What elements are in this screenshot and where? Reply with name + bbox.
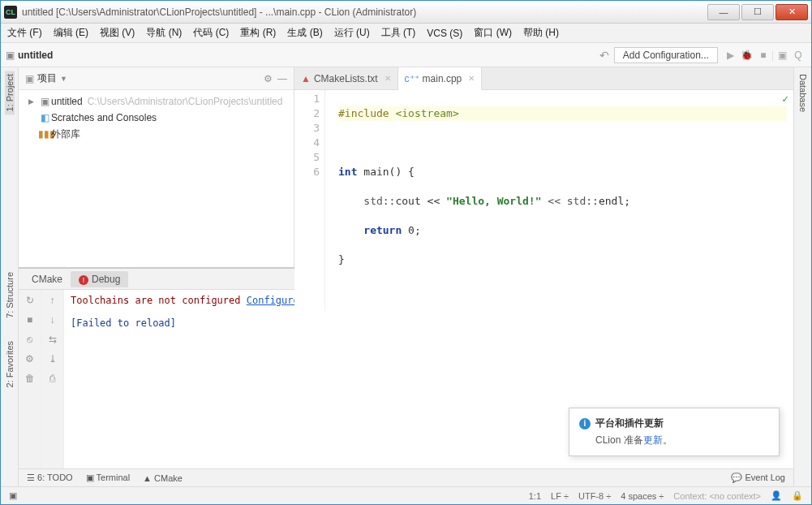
scratches-icon: ◧ (38, 112, 51, 123)
sidebar-tab-favorites[interactable]: 2: Favorites (5, 338, 15, 391)
folder-icon: ▣ (25, 73, 34, 84)
scroll-icon[interactable]: ⤓ (49, 353, 57, 365)
code-area[interactable]: 1 2 3 4 5 6 #include <iostream> int main… (294, 90, 793, 311)
editor-tab-cmakelists[interactable]: ▲ CMakeLists.txt ✕ (294, 67, 398, 90)
sidebar-tab-database[interactable]: Database (798, 71, 808, 115)
search-everywhere-button[interactable]: Q (790, 50, 806, 61)
line-number: 4 (294, 136, 320, 150)
stop-icon[interactable]: ■ (27, 314, 32, 326)
window-title: untitled [C:\Users\Administrator\CLionPr… (22, 6, 707, 18)
editor: ▲ CMakeLists.txt ✕ c⁺⁺ main.cpp ✕ 1 (294, 67, 793, 267)
down-icon[interactable]: ↓ (50, 314, 55, 326)
minimize-button[interactable]: ― (707, 4, 740, 20)
info-icon: i (579, 418, 591, 429)
inspector-icon[interactable]: 👤 (771, 490, 782, 501)
status-line-ending[interactable]: LF ÷ (551, 491, 569, 501)
menu-build[interactable]: 生成 (B) (287, 26, 322, 40)
stop-button[interactable]: ■ (755, 50, 771, 61)
tree-external-libs[interactable]: ▮▮▮ 外部库 (20, 126, 292, 142)
tree-scratches[interactable]: ◧ Scratches and Consoles (20, 110, 292, 126)
line-number: 3 (294, 121, 320, 136)
status-panel-icon[interactable]: ▣ (9, 490, 17, 501)
add-configuration-button[interactable]: Add Configuration... (614, 47, 718, 63)
editor-tab-label: main.cpp (423, 73, 462, 84)
popup-body-pre: CLion 准备 (595, 434, 643, 446)
menu-view[interactable]: 视图 (V) (100, 26, 135, 40)
popup-body-post: 。 (663, 434, 672, 446)
collapse-icon[interactable]: ― (277, 73, 287, 84)
menu-code[interactable]: 代码 (C) (193, 26, 229, 40)
status-context[interactable]: Context: <no context> (673, 491, 761, 501)
debug-button[interactable]: 🐞 (739, 50, 755, 61)
line-number: 6 (294, 165, 320, 179)
tool-cmake[interactable]: ▲ CMake (143, 473, 183, 483)
line-number: 2 (294, 106, 320, 121)
gear-icon[interactable]: ⚙ (264, 73, 273, 84)
tab-cmake[interactable]: CMake (24, 271, 71, 287)
lock-icon[interactable]: 🔒 (792, 490, 803, 501)
nav-back-icon[interactable]: ↶ (599, 49, 609, 62)
menu-refactor[interactable]: 重构 (R) (240, 26, 276, 40)
menu-tools[interactable]: 工具 (T) (381, 26, 416, 40)
layout-button[interactable]: ▣ (774, 50, 790, 61)
menu-help[interactable]: 帮助 (H) (523, 26, 559, 40)
tool-todo[interactable]: ☰ 6: TODO (27, 473, 73, 483)
tool-terminal[interactable]: ▣ Terminal (86, 473, 130, 483)
sidebar-tab-project[interactable]: 1: Project (5, 71, 15, 114)
settings-icon[interactable]: ⚙ (25, 353, 34, 365)
left-tool-stripe: 1: Project 7: Structure 2: Favorites (1, 67, 19, 486)
project-tool-window: ▣ 项目 ▼ ⚙ ― ▶ ▣ untitled C:\Users\Adminis… (19, 67, 294, 267)
editor-tab-maincpp[interactable]: c⁺⁺ main.cpp ✕ (398, 67, 483, 90)
print-icon[interactable]: ⎙ (49, 373, 55, 384)
bottom-tool-stripe: ☰ 6: TODO ▣ Terminal ▲ CMake 💬 Event Log (19, 468, 793, 486)
configure-link[interactable]: Configure (247, 295, 299, 306)
menu-navigate[interactable]: 导航 (N) (146, 26, 182, 40)
menu-run[interactable]: 运行 (U) (334, 26, 370, 40)
breadcrumb-project[interactable]: untitled (18, 50, 53, 61)
close-icon[interactable]: ✕ (468, 74, 475, 83)
line-number: 1 (294, 92, 320, 106)
library-icon: ▮▮▮ (38, 128, 51, 140)
cmake-file-icon: ▲ (301, 73, 311, 84)
update-notification[interactable]: i平台和插件更新 CLion 准备更新。 (569, 408, 780, 456)
status-caret-pos[interactable]: 1:1 (529, 491, 541, 501)
status-indent[interactable]: 4 spaces ÷ (621, 491, 664, 501)
error-icon: ! (79, 275, 88, 285)
cpp-file-icon: c⁺⁺ (405, 73, 419, 84)
wrap-icon[interactable]: ⇆ (49, 334, 57, 345)
chevron-right-icon[interactable]: ▶ (28, 97, 38, 106)
code-text[interactable]: #include <iostream> int main() { std::co… (325, 90, 793, 311)
tool-eventlog[interactable]: 💬 Event Log (731, 473, 785, 483)
cmake-error-text: Toolchains are not configured (71, 295, 247, 306)
up-icon[interactable]: ↑ (50, 295, 55, 306)
line-gutter: 1 2 3 4 5 6 (294, 90, 325, 311)
tab-debug[interactable]: !Debug (71, 271, 128, 287)
navigation-bar: ▣ untitled ↶ Add Configuration... ▶ 🐞 ■ … (1, 43, 811, 67)
app-icon: CL (4, 6, 17, 19)
menu-vcs[interactable]: VCS (S) (427, 28, 462, 39)
tree-root[interactable]: ▶ ▣ untitled C:\Users\Administrator\CLio… (20, 93, 292, 110)
window-titlebar: CL untitled [C:\Users\Administrator\CLio… (1, 1, 811, 24)
close-button[interactable]: ✕ (775, 4, 808, 20)
cmake-failed-text: [Failed to reload] (71, 317, 787, 329)
run-button[interactable]: ▶ (723, 50, 739, 61)
close-icon[interactable]: ✕ (385, 74, 391, 83)
menu-edit[interactable]: 编辑 (E) (54, 26, 88, 40)
trash-icon[interactable]: 🗑 (25, 373, 35, 384)
reload-icon[interactable]: ↻ (26, 295, 34, 306)
project-panel-title[interactable]: 项目 (37, 71, 57, 85)
tree-external-label: 外部库 (51, 127, 80, 141)
maximize-button[interactable]: ☐ (741, 4, 774, 20)
tree-root-name: untitled (51, 96, 83, 107)
sidebar-tab-structure[interactable]: 7: Structure (5, 269, 15, 322)
editor-tabs: ▲ CMakeLists.txt ✕ c⁺⁺ main.cpp ✕ (294, 67, 793, 90)
update-link[interactable]: 更新 (643, 434, 663, 446)
tab-debug-label: Debug (92, 274, 120, 285)
tree-root-path: C:\Users\Administrator\CLionProjects\unt… (88, 96, 283, 107)
menu-window[interactable]: 窗口 (W) (474, 26, 512, 40)
filter-icon[interactable]: ⎋ (27, 334, 32, 345)
status-encoding[interactable]: UTF-8 ÷ (578, 491, 611, 501)
menu-file[interactable]: 文件 (F) (7, 26, 42, 40)
chevron-down-icon[interactable]: ▼ (60, 75, 67, 83)
right-tool-stripe: Database (793, 67, 811, 486)
